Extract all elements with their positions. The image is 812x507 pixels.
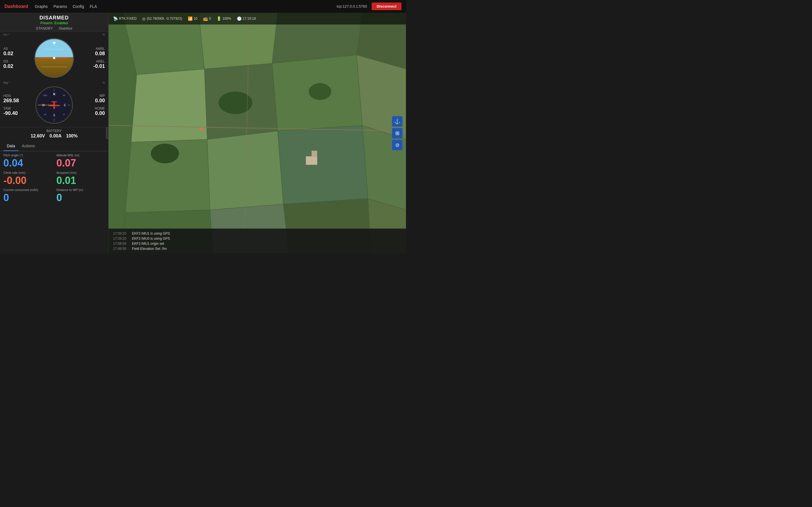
hdg-label: HDG	[3, 94, 11, 98]
amsl-gauge: AMSL 0.08	[95, 47, 105, 57]
climb-label: Climb rate (m/s)	[3, 171, 52, 174]
compass-indicator: N S E W 30 330 6 24	[35, 86, 74, 125]
battery-section: BATTERY 12.60V 0.00A 100%	[0, 127, 108, 140]
data-cell-wp-dist: Distance to WP (m) 0	[56, 188, 105, 203]
current-label: Current consumed (mAh)	[3, 188, 52, 191]
airspeed-value: 0.01	[56, 175, 105, 186]
nav-item-fla[interactable]: FLA	[90, 4, 97, 9]
arel-gauge: AREL -0.01	[93, 59, 105, 69]
log-item-3: 17:08:59 Field Elevation Set: 0m	[113, 246, 402, 251]
nosignal-icon: ⊘	[395, 142, 400, 148]
drone-marker: ◂	[199, 124, 203, 133]
hdg-value: 269.58	[3, 98, 19, 104]
log-msg-1: EKF3 IMU0 is using GPS	[132, 237, 170, 240]
connection-info: tcp:127.0.0.1:5760	[337, 4, 367, 8]
amsl-label: AMSL	[96, 47, 105, 51]
home-gauge: HOME 0.00	[95, 107, 105, 116]
wp-value: 0.00	[95, 98, 105, 104]
time-status: 🕐 17:19:18	[237, 16, 256, 21]
climb-value: -0.00	[3, 175, 52, 186]
log-item-2: 17:08:59 EKF3 IMU1 origin set	[113, 241, 402, 246]
battery-pct-map: 100%	[222, 17, 231, 20]
rtk-status: 📡 RTK FIXED	[113, 16, 137, 21]
arel-value: -0.01	[93, 63, 105, 69]
collapse-panel-arrow[interactable]: ›	[106, 128, 109, 139]
battery-percent: 100%	[66, 133, 78, 138]
compass-right-gauges: WP 0.00 HOME 0.00	[85, 94, 105, 116]
map-nosignal-button[interactable]: ⊘	[392, 140, 403, 151]
wp-dist-label: Distance to WP (m)	[56, 188, 105, 191]
battery-label: BATTERY	[3, 129, 105, 133]
yaw-value: -90.40	[3, 110, 18, 116]
right-unit-bottom: m	[103, 81, 105, 84]
svg-rect-41	[312, 151, 317, 157]
adi-line-3	[41, 67, 67, 67]
svg-point-37	[151, 144, 179, 163]
battery-values: 12.60V 0.00A 100%	[3, 133, 105, 138]
altitude-label: Altitude MSL (m)	[56, 154, 105, 157]
compass-container: N S E W 30 330 6 24	[26, 86, 83, 125]
rtk-label: RTK FIXED	[119, 17, 137, 20]
nav-item-params[interactable]: Params	[54, 4, 67, 9]
log-time-0: 17:09:20	[113, 231, 129, 235]
svg-text:6: 6	[63, 113, 65, 116]
units-row-bottom: deg ° m	[0, 80, 108, 84]
nav-item-config[interactable]: Config	[73, 4, 84, 9]
svg-text:330: 330	[43, 94, 47, 97]
svg-text:24: 24	[44, 113, 47, 116]
yaw-label: YAW	[3, 107, 11, 110]
prearm-status: Prearm: Enabled	[0, 21, 108, 25]
left-panel: DISARMED Prearm: Enabled STANDBY Stabili…	[0, 13, 109, 253]
tabs-row: Data Actions	[0, 142, 108, 151]
map-expand-button[interactable]: ⊞	[392, 128, 403, 138]
tab-actions[interactable]: Actions	[18, 142, 38, 151]
battery-voltage: 12.60V	[31, 133, 45, 138]
anchor-icon: ⚓	[394, 118, 400, 124]
airspeed-label: Airspeed (m/s)	[56, 171, 105, 174]
adi-row: AS 0.02 GS 0.02	[0, 36, 108, 80]
main-layout: DISARMED Prearm: Enabled STANDBY Stabili…	[0, 13, 406, 253]
mode-stabilize[interactable]: Stabilize	[59, 26, 72, 31]
svg-marker-29	[278, 125, 368, 204]
log-item-1: 17:09:20 EKF3 IMU0 is using GPS	[113, 236, 402, 241]
wp-label: WP	[100, 94, 105, 98]
log-msg-0: EKF3 IMU1 is using GPS	[132, 231, 170, 235]
left-unit-top: ms⁻¹	[3, 33, 10, 36]
disconnect-button[interactable]: Disconnect	[371, 3, 402, 10]
log-item-0: 17:09:20 EKF3 IMU1 is using GPS	[113, 231, 402, 236]
map-anchor-button[interactable]: ⚓	[392, 116, 403, 127]
nav-item-graphs[interactable]: Graphs	[35, 4, 48, 9]
svg-text:E: E	[64, 104, 66, 107]
as-gauge: AS 0.02	[3, 47, 13, 57]
aerial-map	[109, 13, 406, 253]
units-row-top: ms⁻¹ m	[0, 32, 108, 36]
data-grid: Pitch angle (°) 0.04 Altitude MSL (m) 0.…	[0, 151, 108, 206]
data-cell-airspeed: Airspeed (m/s) 0.01	[56, 171, 105, 186]
right-unit-top: m	[103, 33, 105, 36]
amsl-value: 0.08	[95, 51, 105, 57]
map-area: 📡 RTK FIXED ◎ (52.780569, -0.707923) 📶 1…	[109, 13, 406, 253]
svg-rect-40	[306, 156, 317, 165]
svg-marker-23	[131, 69, 207, 142]
svg-rect-16	[51, 101, 57, 102]
svg-point-36	[309, 83, 331, 100]
tab-data[interactable]: Data	[3, 142, 18, 151]
noise-icon: 📻	[203, 16, 208, 21]
signal-icon: 📶	[188, 16, 193, 21]
current-value: 0	[3, 192, 52, 203]
rtk-icon: 📡	[113, 16, 118, 21]
nav-brand[interactable]: Dashboard	[4, 4, 28, 9]
battery-icon: 🔋	[216, 16, 221, 21]
mode-standby[interactable]: STANDBY	[36, 26, 53, 31]
pitch-label: Pitch angle (°)	[3, 154, 52, 157]
right-altitude-gauges: AMSL 0.08 AREL -0.01	[85, 47, 105, 69]
armed-state: DISARMED	[0, 15, 108, 21]
adi-line-1	[45, 49, 64, 49]
svg-text:N: N	[53, 93, 55, 96]
gs-value: 0.02	[3, 63, 13, 69]
coords-icon: ◎	[142, 16, 146, 21]
time-value: 17:19:18	[243, 17, 256, 20]
noise-value: 0	[209, 17, 211, 20]
mode-row: STANDBY Stabilize	[0, 26, 108, 31]
coords-value: (52.780569, -0.707923)	[147, 17, 182, 20]
